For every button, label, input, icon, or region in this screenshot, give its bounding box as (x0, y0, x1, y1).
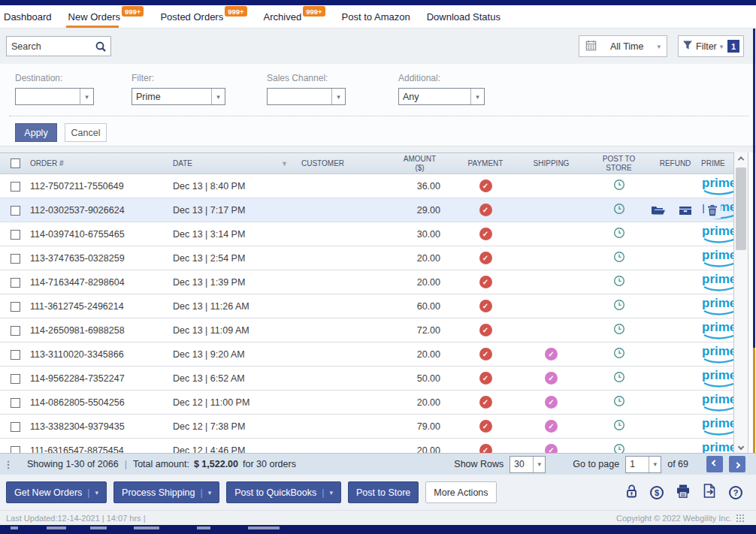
post-to-store-pending-icon[interactable] (613, 395, 625, 407)
table-row[interactable]: 114-7163447-8298604 Dec 13 | 1:39 PM 20.… (0, 270, 756, 294)
table-row[interactable]: 111-3612745-2496214 Dec 13 | 11:26 AM 60… (0, 294, 756, 318)
tab-new-orders[interactable]: New Orders999+ (60, 5, 153, 28)
table-row[interactable]: 113-3110020-3345866 Dec 13 | 9:20 AM 20.… (0, 342, 756, 367)
post-to-store-button[interactable]: Post to Store (348, 481, 419, 503)
table-row[interactable]: 114-9562284-7352247 Dec 13 | 6:52 AM 50.… (0, 367, 756, 391)
table-scrollbar[interactable] (733, 152, 748, 453)
row-checkbox[interactable] (11, 350, 20, 360)
post-to-store-pending-icon[interactable] (613, 371, 625, 383)
next-page-button[interactable] (729, 456, 745, 472)
resize-grip-icon[interactable] (736, 514, 744, 522)
delete-order-icon[interactable] (704, 202, 721, 219)
row-checkbox[interactable] (11, 254, 20, 264)
row-checkbox[interactable] (11, 278, 20, 288)
table-row[interactable]: 112-0302537-9026624 Dec 13 | 7:17 PM 29.… (0, 198, 756, 222)
process-shipping-button[interactable]: Process Shipping|▾ (113, 481, 219, 503)
dollar-icon[interactable]: $ (650, 486, 664, 499)
show-rows-select[interactable]: 30▾ (510, 456, 546, 473)
more-actions-button[interactable]: More Actions (425, 481, 496, 503)
chevron-down-icon: ▾ (470, 89, 484, 104)
date-range-dropdown[interactable]: All Time ▾ (579, 35, 667, 57)
header-refund[interactable]: REFUND (651, 159, 700, 167)
filter-select[interactable]: Prime▾ (132, 88, 225, 105)
tab-label: Post to Amazon (342, 11, 410, 23)
header-date[interactable]: DATE▼ (170, 159, 301, 167)
post-to-store-pending-icon[interactable] (613, 203, 625, 215)
filter-button[interactable]: Filter ▾ 1 (678, 35, 744, 57)
row-checkbox[interactable] (11, 398, 20, 408)
tab-dashboard[interactable]: Dashboard (0, 5, 60, 28)
table-row[interactable]: 114-0862805-5504256 Dec 12 | 11:00 PM 20… (0, 391, 756, 415)
post-to-store-pending-icon[interactable] (613, 227, 625, 239)
post-to-store-pending-icon[interactable] (613, 251, 625, 263)
tab-label: Download Status (427, 11, 500, 23)
shipping-complete-icon: ✓ (545, 444, 558, 453)
tab-label: Archived (264, 11, 302, 23)
row-checkbox[interactable] (11, 206, 20, 216)
scroll-down-button[interactable] (734, 441, 748, 453)
order-number: 113-3382304-9379435 (27, 421, 170, 432)
table-row[interactable]: 113-3382304-9379435 Dec 12 | 7:38 PM 79.… (0, 415, 756, 439)
payment-complete-icon: ✓ (479, 276, 492, 288)
search-box[interactable] (6, 36, 111, 56)
row-checkbox[interactable] (11, 182, 20, 192)
destination-label: Destination: (15, 73, 132, 83)
export-icon[interactable] (703, 484, 717, 501)
sales-channel-select[interactable]: ▾ (267, 88, 346, 105)
drag-handle-icon[interactable]: ⋮ (0, 459, 17, 470)
open-order-icon[interactable] (650, 202, 667, 219)
table-row[interactable]: 114-0397410-6755465 Dec 13 | 3:14 PM 30.… (0, 222, 756, 246)
print-icon[interactable] (676, 484, 691, 501)
post-to-store-pending-icon[interactable] (613, 419, 625, 431)
table-row[interactable]: 112-7507211-7550649 Dec 13 | 8:40 PM 36.… (0, 174, 756, 198)
tab-posted-orders[interactable]: Posted Orders999+ (152, 5, 255, 28)
post-to-store-pending-icon[interactable] (613, 443, 625, 453)
row-checkbox[interactable] (11, 422, 20, 432)
post-to-store-pending-icon[interactable] (613, 275, 625, 287)
order-date: Dec 13 | 11:09 AM (170, 325, 301, 336)
row-checkbox[interactable] (11, 230, 20, 240)
row-checkbox[interactable] (11, 374, 20, 384)
post-to-store-pending-icon[interactable] (613, 299, 625, 311)
search-icon[interactable] (95, 41, 107, 53)
chevron-down-icon: ▾ (657, 43, 661, 50)
unlock-icon[interactable] (625, 484, 638, 502)
header-customer[interactable]: CUSTOMER (301, 159, 384, 167)
apply-button[interactable]: Apply (15, 123, 57, 142)
search-input[interactable] (7, 41, 95, 52)
table-row[interactable]: 113-3747635-0328259 Dec 13 | 2:54 PM 20.… (0, 246, 756, 270)
header-payment[interactable]: PAYMENT (455, 159, 516, 167)
tab-post-to-amazon[interactable]: Post to Amazon (334, 5, 419, 28)
select-all-checkbox[interactable] (11, 158, 20, 168)
post-to-quickbooks-button[interactable]: Post to QuickBooks|▾ (226, 481, 341, 503)
header-order-number[interactable]: ORDER # (27, 159, 170, 167)
tab-archived[interactable]: Archived999+ (256, 5, 334, 28)
destination-select[interactable]: ▾ (15, 88, 94, 105)
header-post-to-store[interactable]: POST TO STORE (587, 155, 651, 172)
previous-page-button[interactable] (706, 456, 723, 472)
post-to-store-pending-icon[interactable] (613, 323, 625, 335)
sales-channel-label: Sales Channel: (267, 73, 398, 83)
table-row[interactable]: 114-2650981-6988258 Dec 13 | 11:09 AM 72… (0, 318, 756, 342)
header-shipping[interactable]: SHIPPING (516, 159, 587, 167)
sort-descending-icon[interactable]: ▼ (281, 160, 288, 167)
row-checkbox[interactable] (11, 326, 20, 336)
help-icon[interactable]: ? (729, 486, 742, 499)
get-new-orders-button[interactable]: Get New Orders|▾ (6, 481, 107, 503)
scrollbar-thumb[interactable] (736, 167, 746, 250)
goto-page-select[interactable]: 1▾ (625, 456, 661, 473)
post-to-store-pending-icon[interactable] (613, 347, 625, 359)
cancel-button[interactable]: Cancel (65, 123, 107, 142)
tab-download-status[interactable]: Download Status (419, 5, 509, 28)
archive-order-icon[interactable] (677, 202, 694, 219)
post-to-store-pending-icon[interactable] (613, 179, 625, 191)
header-amount[interactable]: AMOUNT ($) (384, 155, 455, 172)
scroll-up-button[interactable] (734, 152, 748, 164)
svg-text:prime: prime (702, 344, 736, 358)
row-checkbox[interactable] (11, 446, 20, 453)
table-row[interactable]: 111-6316547-8875454 Dec 12 | 4:46 PM 20.… (0, 439, 756, 453)
additional-select[interactable]: Any▾ (398, 88, 485, 105)
svg-text:prime: prime (702, 224, 736, 238)
order-date: Dec 12 | 7:38 PM (170, 421, 301, 432)
row-checkbox[interactable] (11, 302, 20, 312)
